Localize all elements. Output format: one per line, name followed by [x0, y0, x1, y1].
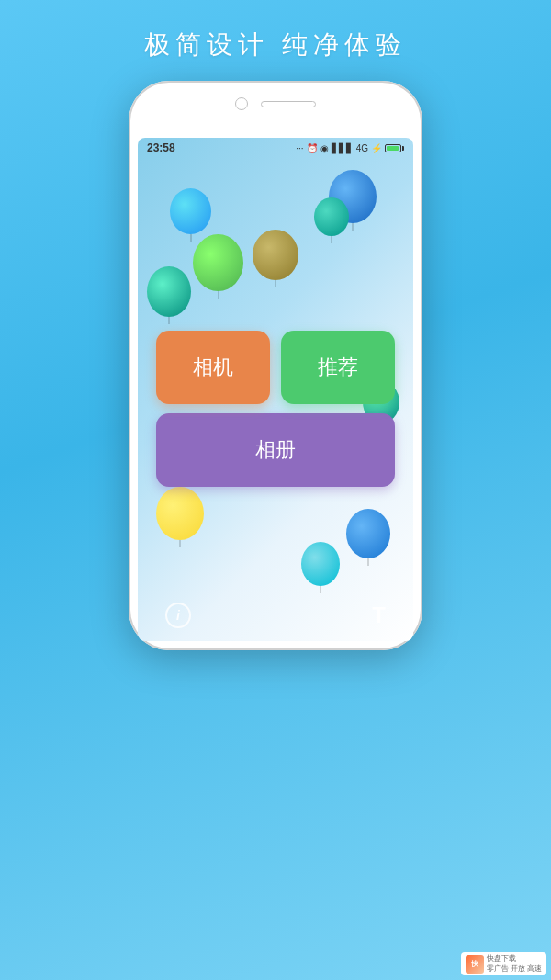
status-lightning: ⚡ [371, 143, 382, 153]
phone-wrapper: 23:58 ··· ⏰ ◉ ▋▋▋ 4G ⚡ [129, 81, 422, 650]
status-right: ··· ⏰ ◉ ▋▋▋ 4G ⚡ [296, 143, 404, 153]
watermark-info: 快盘下载 零广告 开放 高速 [487, 954, 542, 974]
buttons-container: 相机 推荐 相册 [156, 331, 395, 487]
status-data: 4G [356, 143, 368, 153]
status-wifi: ◉ [320, 143, 329, 153]
watermark-brand: 快盘下载 [487, 954, 542, 963]
balloon-yellow [156, 487, 204, 540]
top-buttons: 相机 推荐 [156, 331, 395, 404]
phone-screen: 23:58 ··· ⏰ ◉ ▋▋▋ 4G ⚡ [138, 138, 413, 641]
phone-top-bar [235, 97, 316, 110]
status-time: 23:58 [147, 141, 175, 154]
balloon-teal-top-right [314, 197, 349, 236]
status-bar: 23:58 ··· ⏰ ◉ ▋▋▋ 4G ⚡ [138, 138, 413, 158]
battery-icon [385, 144, 404, 152]
balloon-blue-top-left [170, 188, 211, 234]
album-button[interactable]: 相册 [156, 413, 395, 487]
phone-camera-dot [235, 97, 248, 110]
phone-speaker [261, 101, 316, 107]
bottom-bar: i T [138, 603, 413, 628]
balloon-olive [253, 230, 298, 280]
camera-button[interactable]: 相机 [156, 331, 270, 404]
watermark-logo: 快 [466, 955, 484, 974]
text-button[interactable]: T [372, 603, 386, 628]
watermark-tagline: 零广告 开放 高速 [487, 964, 542, 974]
balloon-green [193, 234, 243, 291]
balloon-teal-left [147, 266, 191, 317]
text-icon-label: T [372, 603, 386, 627]
page-title: 极简设计 纯净体验 [144, 28, 407, 62]
recommend-button[interactable]: 推荐 [281, 331, 395, 404]
status-signal: ▋▋▋ [332, 143, 354, 153]
status-alarm: ⏰ [307, 143, 318, 153]
balloon-blue-bottom-right [346, 509, 390, 558]
info-icon-label: i [176, 608, 180, 623]
info-button[interactable]: i [165, 603, 191, 628]
status-dots: ··· [296, 143, 303, 153]
watermark: 快 快盘下载 零广告 开放 高速 [461, 952, 546, 975]
balloon-cyan-bottom [301, 542, 340, 586]
